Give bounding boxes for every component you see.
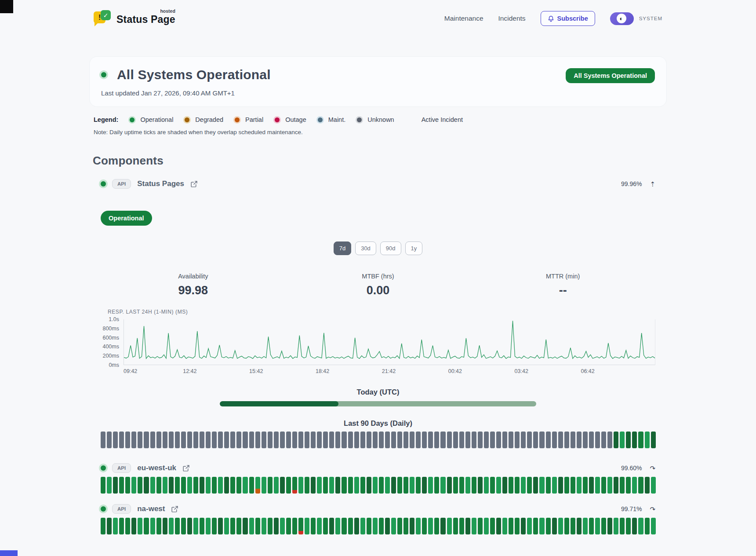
uptime-day-tick[interactable] <box>410 432 414 448</box>
uptime-day-tick[interactable] <box>367 518 371 534</box>
uptime-day-tick[interactable] <box>292 477 297 494</box>
uptime-day-tick[interactable] <box>490 477 495 494</box>
uptime-day-tick[interactable] <box>632 518 637 534</box>
collapse-arrow-icon[interactable]: ⇡ <box>650 181 655 187</box>
uptime-day-tick[interactable] <box>329 477 334 494</box>
uptime-day-tick[interactable] <box>354 432 359 448</box>
uptime-day-tick[interactable] <box>484 477 489 494</box>
uptime-day-tick[interactable] <box>268 432 273 448</box>
uptime-day-tick[interactable] <box>632 432 637 448</box>
uptime-day-tick[interactable] <box>138 477 142 494</box>
uptime-day-tick[interactable] <box>163 477 167 494</box>
uptime-day-tick[interactable] <box>416 432 421 448</box>
uptime-day-tick[interactable] <box>181 477 186 494</box>
range-button-7d[interactable]: 7d <box>334 241 351 255</box>
uptime-day-tick[interactable] <box>138 518 142 534</box>
uptime-day-tick[interactable] <box>335 518 340 534</box>
uptime-day-tick[interactable] <box>255 432 260 448</box>
uptime-day-tick[interactable] <box>212 518 217 534</box>
uptime-day-tick[interactable] <box>193 432 198 448</box>
uptime-day-tick[interactable] <box>601 518 606 534</box>
uptime-day-tick[interactable] <box>292 432 297 448</box>
component-header-eu-west-uk[interactable]: API eu-west-uk 99.60% ↷ <box>85 463 671 473</box>
uptime-day-tick[interactable] <box>459 432 464 448</box>
uptime-day-tick[interactable] <box>422 477 427 494</box>
uptime-day-tick[interactable] <box>292 518 297 534</box>
uptime-day-tick[interactable] <box>583 518 588 534</box>
uptime-day-tick[interactable] <box>478 518 483 534</box>
uptime-day-tick[interactable] <box>558 432 563 448</box>
uptime-day-tick[interactable] <box>571 477 575 494</box>
uptime-day-tick[interactable] <box>403 432 408 448</box>
uptime-day-tick[interactable] <box>472 432 476 448</box>
uptime-day-tick[interactable] <box>638 518 643 534</box>
uptime-day-tick[interactable] <box>323 477 328 494</box>
uptime-day-tick[interactable] <box>193 518 198 534</box>
uptime-day-tick[interactable] <box>329 518 334 534</box>
range-button-1y[interactable]: 1y <box>405 241 423 255</box>
uptime-day-tick[interactable] <box>601 477 606 494</box>
uptime-day-tick[interactable] <box>150 432 155 448</box>
uptime-day-tick[interactable] <box>552 477 557 494</box>
uptime-day-tick[interactable] <box>626 432 631 448</box>
uptime-day-tick[interactable] <box>379 432 384 448</box>
uptime-day-tick[interactable] <box>212 477 217 494</box>
uptime-day-tick[interactable] <box>533 518 538 534</box>
uptime-day-tick[interactable] <box>206 477 211 494</box>
uptime-day-tick[interactable] <box>305 477 309 494</box>
uptime-day-tick[interactable] <box>107 432 112 448</box>
component-header-na-west[interactable]: API na-west 99.71% ↷ <box>85 504 671 514</box>
uptime-day-tick[interactable] <box>651 432 656 448</box>
uptime-day-tick[interactable] <box>595 432 600 448</box>
uptime-day-tick[interactable] <box>410 477 414 494</box>
uptime-day-tick[interactable] <box>236 477 241 494</box>
uptime-day-tick[interactable] <box>527 518 532 534</box>
uptime-day-tick[interactable] <box>397 477 402 494</box>
uptime-day-tick[interactable] <box>416 518 421 534</box>
uptime-day-tick[interactable] <box>546 518 551 534</box>
uptime-day-tick[interactable] <box>286 477 291 494</box>
uptime-day-tick[interactable] <box>521 432 526 448</box>
uptime-day-tick[interactable] <box>478 432 483 448</box>
uptime-day-tick[interactable] <box>144 518 149 534</box>
uptime-day-tick[interactable] <box>305 518 309 534</box>
uptime-day-tick[interactable] <box>583 477 588 494</box>
uptime-day-tick[interactable] <box>391 477 396 494</box>
uptime-day-tick[interactable] <box>243 432 247 448</box>
uptime-day-tick[interactable] <box>459 518 464 534</box>
uptime-day-tick[interactable] <box>453 432 458 448</box>
uptime-day-tick[interactable] <box>645 477 650 494</box>
uptime-day-tick[interactable] <box>138 432 142 448</box>
uptime-day-tick[interactable] <box>367 477 371 494</box>
uptime-day-tick[interactable] <box>311 432 316 448</box>
uptime-day-tick[interactable] <box>607 477 612 494</box>
uptime-day-tick[interactable] <box>453 477 458 494</box>
uptime-day-tick[interactable] <box>329 432 334 448</box>
uptime-day-tick[interactable] <box>187 477 192 494</box>
uptime-day-tick[interactable] <box>403 518 408 534</box>
uptime-day-tick[interactable] <box>335 432 340 448</box>
uptime-day-tick[interactable] <box>645 432 650 448</box>
uptime-day-tick[interactable] <box>478 477 483 494</box>
uptime-day-tick[interactable] <box>626 477 631 494</box>
uptime-day-tick[interactable] <box>150 518 155 534</box>
uptime-day-tick[interactable] <box>373 432 378 448</box>
uptime-day-tick[interactable] <box>539 477 544 494</box>
uptime-day-tick[interactable] <box>119 518 124 534</box>
uptime-day-tick[interactable] <box>262 477 266 494</box>
uptime-day-tick[interactable] <box>502 518 507 534</box>
uptime-day-tick[interactable] <box>348 432 353 448</box>
uptime-day-tick[interactable] <box>113 518 118 534</box>
uptime-day-tick[interactable] <box>410 518 414 534</box>
uptime-day-tick[interactable] <box>422 518 427 534</box>
uptime-day-tick[interactable] <box>373 518 378 534</box>
uptime-day-tick[interactable] <box>527 432 532 448</box>
uptime-day-tick[interactable] <box>385 432 390 448</box>
uptime-day-tick[interactable] <box>113 477 118 494</box>
uptime-day-tick[interactable] <box>651 477 656 494</box>
uptime-day-tick[interactable] <box>571 518 575 534</box>
uptime-day-tick[interactable] <box>249 432 254 448</box>
range-button-90d[interactable]: 90d <box>380 241 401 255</box>
uptime-day-tick[interactable] <box>453 518 458 534</box>
uptime-day-tick[interactable] <box>280 432 285 448</box>
